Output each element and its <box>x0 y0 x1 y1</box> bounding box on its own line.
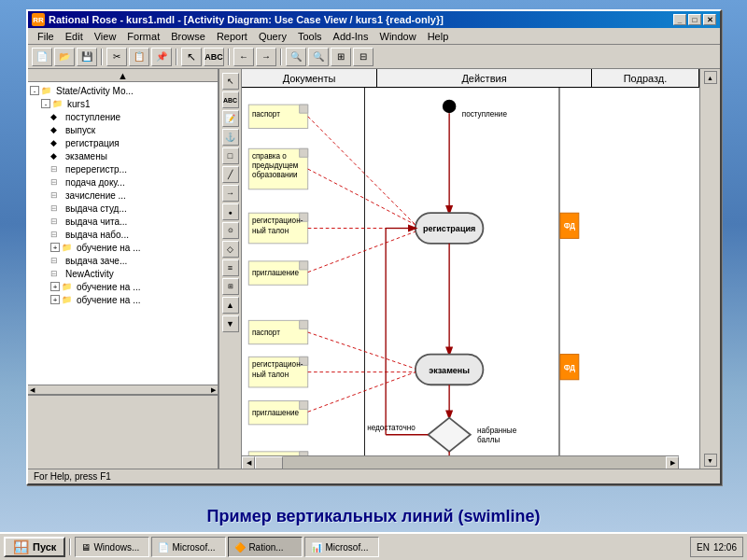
taskbar-item-icon: 🔶 <box>234 542 246 553</box>
menu-file[interactable]: File <box>32 30 60 43</box>
tree-item-podacha[interactable]: ⊟ подача доку... <box>30 175 216 189</box>
caption: Пример вертикальных линий (swimline) <box>0 507 747 526</box>
tree-item-label: выдача чита... <box>65 217 127 227</box>
svg-text:приглашение: приглашение <box>252 269 300 277</box>
lang-indicator: EN <box>697 542 710 553</box>
vert-line[interactable]: ╱ <box>222 166 239 183</box>
toolbar-text[interactable]: ABC <box>204 48 224 66</box>
expand-icon[interactable]: - <box>41 99 50 108</box>
menu-browse[interactable]: Browse <box>165 30 211 43</box>
tree-item-ekzameny[interactable]: ◆ экзамены <box>30 149 216 162</box>
toolbar-cut[interactable]: ✂ <box>106 48 127 66</box>
tree-item-obuchenie1[interactable]: + 📁 обучение на ... <box>30 241 216 254</box>
svg-text:приглашение: приглашение <box>252 409 300 417</box>
right-scroll-down[interactable]: ▼ <box>704 454 717 467</box>
toolbar-copy[interactable]: 📋 <box>129 48 149 66</box>
vert-end[interactable]: ⊙ <box>222 222 239 239</box>
swimlane-col-actions: Действия <box>377 69 592 87</box>
toolbar-fit[interactable]: ⊞ <box>331 48 351 66</box>
vert-up[interactable]: ▲ <box>222 297 239 314</box>
vert-note[interactable]: 📝 <box>222 110 239 127</box>
tree-item-vydacha-stud[interactable]: ⊟ выдача студ... <box>30 202 216 215</box>
diagram-h-scrollbar[interactable]: ◀ ▶ <box>242 455 679 469</box>
toolbar-open[interactable]: 📂 <box>54 48 75 66</box>
vert-anchor[interactable]: ⚓ <box>222 129 239 146</box>
vert-sync[interactable]: ≡ <box>222 259 239 276</box>
tree-item-vydacha-nab[interactable]: ⊟ выдача набо... <box>30 228 216 241</box>
minimize-button[interactable]: _ <box>673 14 686 25</box>
expand-icon[interactable]: + <box>50 282 60 291</box>
expand-icon[interactable]: - <box>30 86 39 95</box>
scroll-thumb[interactable] <box>255 456 283 469</box>
vert-text[interactable]: ABC <box>222 91 239 108</box>
taskbar-item-3[interactable]: 📊 Microsof... <box>304 537 379 557</box>
menu-format[interactable]: Format <box>121 30 165 43</box>
toolbar-save[interactable]: 💾 <box>77 48 97 66</box>
menu-view[interactable]: View <box>89 30 122 43</box>
vert-decision[interactable]: ◇ <box>222 241 239 258</box>
close-button[interactable]: ✕ <box>703 14 716 25</box>
taskbar-item-0[interactable]: 🖥 Windows... <box>75 537 149 557</box>
tree-item-vydacha-zach[interactable]: ⊟ выдача заче... <box>30 254 216 267</box>
vert-arrow[interactable]: → <box>222 185 239 202</box>
toolbar-forward[interactable]: → <box>256 48 276 66</box>
start-button[interactable]: 🪟 Пуск <box>4 537 65 557</box>
item-icon: ◆ <box>50 111 63 122</box>
vert-down[interactable]: ▼ <box>222 315 239 332</box>
tree-item-vydacha-chit[interactable]: ⊟ выдача чита... <box>30 215 216 228</box>
tree-item-perereg[interactable]: ⊟ перерегистр... <box>30 162 216 175</box>
menu-query[interactable]: Query <box>253 30 292 43</box>
tree-item-postuplenie[interactable]: ◆ поступление <box>30 110 216 123</box>
menu-tools[interactable]: Tools <box>292 30 328 43</box>
maximize-button[interactable]: □ <box>688 14 701 25</box>
tree-item-label: обучение на ... <box>77 282 141 292</box>
scroll-left-btn[interactable]: ◀ <box>242 456 255 469</box>
toolbar-select[interactable]: ↖ <box>181 48 202 66</box>
right-scroll-up[interactable]: ▲ <box>704 71 717 84</box>
folder-icon: 📁 <box>62 281 75 292</box>
status-text: For Help, press F1 <box>34 471 111 482</box>
toolbar-paste[interactable]: 📌 <box>151 48 172 66</box>
tree-item-kurs1[interactable]: - 📁 kurs1 <box>30 97 216 110</box>
vert-select[interactable]: ↖ <box>222 73 239 90</box>
tree-scroll-up[interactable]: ▲ <box>28 69 218 82</box>
tree-item-label: kurs1 <box>67 99 90 109</box>
vert-start[interactable]: ● <box>222 203 239 220</box>
tree-item-obuchenie3[interactable]: + 📁 обучение на ... <box>30 293 216 306</box>
svg-line-38 <box>308 231 416 273</box>
tree-root[interactable]: - 📁 State/Activity Mo... <box>30 84 216 97</box>
taskbar-item-icon: 📄 <box>158 542 169 553</box>
tree-scroll-h[interactable]: ◀▶ <box>28 385 218 394</box>
content-area: ▲ - 📁 State/Activity Mo... - 📁 kurs1 ◆ п… <box>28 69 720 469</box>
menu-edit[interactable]: Edit <box>60 30 89 43</box>
menu-report[interactable]: Report <box>211 30 253 43</box>
menu-window[interactable]: Window <box>374 30 422 43</box>
taskbar-item-icon: 🖥 <box>81 542 91 553</box>
toolbar-new[interactable]: 📄 <box>32 48 52 66</box>
tree-item-zachislenie[interactable]: ⊟ зачисление ... <box>30 189 216 202</box>
toolbar-back[interactable]: ← <box>233 48 254 66</box>
folder-icon: 📁 <box>62 294 75 305</box>
toolbar-zoom-in[interactable]: 🔍 <box>286 48 306 66</box>
toolbar-zoom-out[interactable]: 🔍 <box>308 48 329 66</box>
toolbar: 📄 📂 💾 ✂ 📋 📌 ↖ ABC ← → 🔍 🔍 ⊞ ⊟ <box>28 45 720 69</box>
menu-help[interactable]: Help <box>422 30 455 43</box>
scroll-track[interactable] <box>255 456 666 469</box>
taskbar-item-1[interactable]: 📄 Microsof... <box>151 537 226 557</box>
tree-item-obuchenie2[interactable]: + 📁 обучение на ... <box>30 280 216 293</box>
vert-box[interactable]: □ <box>222 147 239 164</box>
toolbar-fit2[interactable]: ⊟ <box>353 48 374 66</box>
taskbar-item-2[interactable]: 🔶 Ration... <box>228 537 303 557</box>
menu-addins[interactable]: Add-Ins <box>328 30 374 43</box>
expand-icon[interactable]: + <box>50 243 60 252</box>
tree-item-registracia[interactable]: ◆ регистрация <box>30 136 216 149</box>
vert-swimlane[interactable]: ⊞ <box>222 278 239 295</box>
tree-item-newactivity[interactable]: ⊟ NewActivity <box>30 267 216 280</box>
scroll-right-btn[interactable]: ▶ <box>666 456 679 469</box>
title-bar: RR Rational Rose - kurs1.mdl - [Activity… <box>28 11 720 28</box>
toolbar-sep4 <box>280 49 282 65</box>
diagram-canvas[interactable]: регистрация поступление паспорт справка … <box>242 88 699 469</box>
svg-marker-20 <box>300 261 308 270</box>
tree-item-vypusk[interactable]: ◆ выпуск <box>30 123 216 136</box>
expand-icon[interactable]: + <box>50 295 60 304</box>
